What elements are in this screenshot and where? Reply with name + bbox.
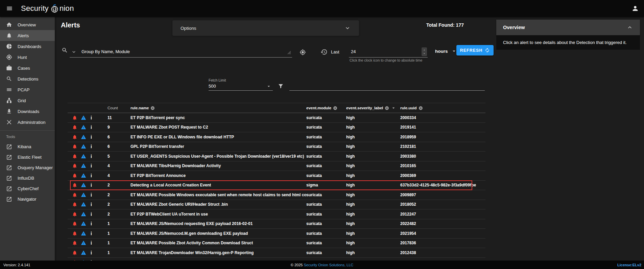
alert-bell-icon[interactable] xyxy=(72,221,77,226)
info-icon[interactable]: i xyxy=(90,144,92,149)
remove-group-icon[interactable] xyxy=(333,106,337,110)
table-row[interactable]: i 2 ET P2P BTWebClient UA uTorrent in us… xyxy=(68,209,485,219)
alert-bell-icon[interactable] xyxy=(72,115,77,120)
alert-bell-icon[interactable] xyxy=(72,192,77,198)
alert-bell-icon[interactable] xyxy=(72,240,77,246)
info-icon[interactable]: i xyxy=(90,211,92,217)
info-icon[interactable]: i xyxy=(90,154,92,159)
time-unit-select[interactable]: hours xyxy=(435,48,457,54)
escalate-warning-icon[interactable] xyxy=(81,144,86,149)
sidebar-item-grid[interactable]: Grid xyxy=(0,95,55,106)
license-link[interactable]: License:ELv2 xyxy=(617,263,641,267)
table-row[interactable]: i 11 ET P2P BitTorrent peer sync suricat… xyxy=(68,113,485,123)
info-icon[interactable]: i xyxy=(90,250,92,255)
alert-bell-icon[interactable] xyxy=(72,211,77,217)
sidebar-item-downloads[interactable]: Downloads xyxy=(0,106,55,117)
sort-desc-icon[interactable] xyxy=(391,105,396,111)
escalate-warning-icon[interactable] xyxy=(81,182,86,188)
alert-bell-icon[interactable] xyxy=(72,182,77,188)
remove-group-icon[interactable] xyxy=(150,106,155,110)
info-icon[interactable]: i xyxy=(90,163,92,169)
refresh-button[interactable]: REFRESH xyxy=(456,45,494,55)
resize-grip-icon[interactable] xyxy=(287,50,292,55)
info-icon[interactable]: i xyxy=(90,134,92,140)
escalate-warning-icon[interactable] xyxy=(81,173,86,178)
alert-bell-icon[interactable] xyxy=(72,134,77,140)
info-icon[interactable]: i xyxy=(90,202,92,207)
escalate-warning-icon[interactable] xyxy=(81,211,86,217)
escalate-warning-icon[interactable] xyxy=(81,221,86,226)
table-row[interactable]: i 2 ET MALWARE Possible Windows executab… xyxy=(68,190,485,200)
table-row[interactable]: i 9 ET MALWARE Zbot POST Request to C2 s… xyxy=(68,123,485,133)
info-icon[interactable]: i xyxy=(90,115,92,120)
sidebar-item-elastic-fleet[interactable]: Elastic Fleet xyxy=(0,152,55,162)
filter-input[interactable] xyxy=(289,82,485,90)
spinner-up-icon[interactable] xyxy=(422,48,426,52)
escalate-warning-icon[interactable] xyxy=(81,125,86,130)
escalate-warning-icon[interactable] xyxy=(81,250,86,255)
hamburger-menu-icon[interactable] xyxy=(6,5,13,12)
query-dropdown-chevron-icon[interactable] xyxy=(71,49,77,55)
escalate-warning-icon[interactable] xyxy=(81,240,86,246)
escalate-warning-icon[interactable] xyxy=(81,134,86,140)
table-row-partial[interactable]: i xyxy=(68,258,485,261)
options-expander[interactable]: Options xyxy=(172,20,359,36)
sidebar-item-cases[interactable]: Cases xyxy=(0,63,55,73)
info-icon[interactable]: i xyxy=(90,173,92,178)
table-row[interactable]: i 4 ET MALWARE Tibs/Harnig Downloader Ac… xyxy=(68,161,485,171)
copyright-link[interactable]: Security Onion Solutions, LLC xyxy=(304,263,353,267)
column-header-rule-uuid[interactable]: rule.uuid xyxy=(400,106,485,110)
info-icon[interactable]: i xyxy=(90,240,92,246)
sidebar-item-dashboards[interactable]: Dashboards xyxy=(0,41,55,52)
table-row[interactable]: i 5 ET USER_AGENTS Suspicious User-Agent… xyxy=(68,152,485,161)
spinner-down-icon[interactable] xyxy=(422,52,426,55)
alert-bell-icon[interactable] xyxy=(72,202,77,207)
table-row[interactable]: i 6 ET INFO PE EXE or DLL Windows file d… xyxy=(68,132,485,142)
info-icon[interactable]: i xyxy=(90,182,92,188)
table-row[interactable]: i 1 ET MALWARE JS/Nemucod.M.gen download… xyxy=(68,229,485,239)
escalate-warning-icon[interactable] xyxy=(81,115,86,120)
column-header-rule-name[interactable]: rule.name xyxy=(130,106,306,110)
sidebar-item-pcap[interactable]: PCAP xyxy=(0,84,55,95)
sidebar-item-alerts[interactable]: Alerts xyxy=(0,30,55,41)
table-row[interactable]: i 1 ET MALWARE JS/Nemucod requesting EXE… xyxy=(68,219,485,229)
column-header-event-severity_label[interactable]: event.severity_label xyxy=(346,105,400,111)
escalate-warning-icon[interactable] xyxy=(81,192,86,198)
table-row[interactable]: i 2 Detecting a Local Account Creation E… xyxy=(68,181,485,190)
alert-bell-icon[interactable] xyxy=(72,144,77,149)
alert-bell-icon[interactable] xyxy=(72,125,77,130)
alert-bell-icon[interactable] xyxy=(72,154,77,159)
table-row[interactable]: i 1 ET MALWARE Possible Zbot Activity Co… xyxy=(68,239,485,248)
escalate-warning-icon[interactable] xyxy=(81,163,86,169)
alert-bell-icon[interactable] xyxy=(72,231,77,236)
table-row[interactable]: i 4 ET P2P BitTorrent Announce suricata … xyxy=(68,171,485,181)
quick-actions-icon[interactable] xyxy=(300,49,306,55)
column-header-event-module[interactable]: event.module xyxy=(306,106,346,110)
info-icon[interactable]: i xyxy=(90,221,92,226)
sidebar-item-kibana[interactable]: Kibana xyxy=(0,141,55,152)
fetch-limit-select[interactable]: 500 xyxy=(209,82,273,91)
time-history-icon[interactable] xyxy=(320,48,328,55)
escalate-warning-icon[interactable] xyxy=(81,154,86,159)
sidebar-item-administration[interactable]: Administration xyxy=(0,117,55,128)
info-icon[interactable]: i xyxy=(90,125,92,130)
sidebar-item-osquery-manager[interactable]: Osquery Manager xyxy=(0,162,55,173)
table-row[interactable]: i 2 ET MALWARE Zbot Generic URI/Header S… xyxy=(68,200,485,210)
alert-bell-icon[interactable] xyxy=(72,163,77,169)
filter-funnel-icon[interactable] xyxy=(278,83,284,89)
info-icon[interactable]: i xyxy=(90,231,92,236)
alert-bell-icon[interactable] xyxy=(72,173,77,178)
table-row[interactable]: i 6 GPL P2P BitTorrent transfer suricata… xyxy=(68,142,485,152)
sidebar-item-hunt[interactable]: Hunt xyxy=(0,52,55,63)
time-value-input[interactable] xyxy=(351,49,422,54)
sidebar-item-navigator[interactable]: Navigator xyxy=(0,194,55,204)
sidebar-item-cyberchef[interactable]: CyberChef xyxy=(0,183,55,194)
search-input[interactable] xyxy=(81,49,271,54)
remove-group-icon[interactable] xyxy=(419,106,423,110)
account-icon[interactable] xyxy=(631,5,639,12)
column-header-count[interactable]: Count xyxy=(98,106,130,110)
brand-logo[interactable]: Security nion xyxy=(21,4,74,13)
sidebar-item-overview[interactable]: Overview xyxy=(0,19,55,30)
escalate-warning-icon[interactable] xyxy=(81,202,86,207)
escalate-warning-icon[interactable] xyxy=(81,231,86,236)
